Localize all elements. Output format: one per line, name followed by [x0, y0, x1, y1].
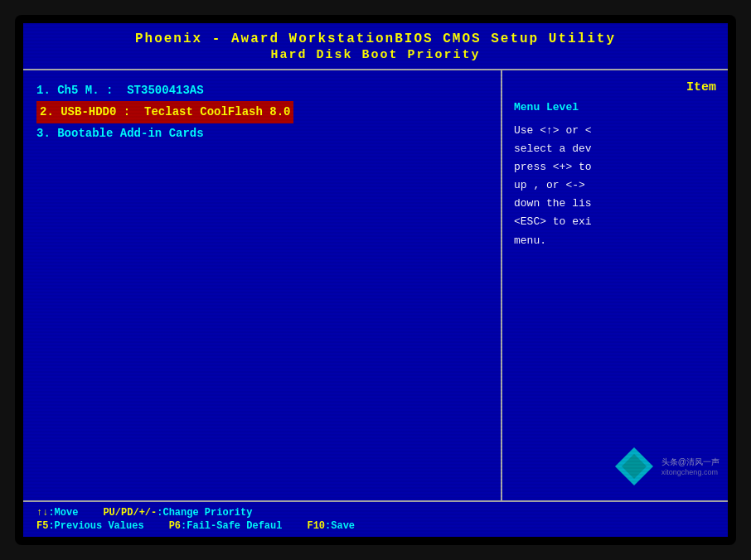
right-panel-help: Use <↑> or < select a dev press <+> to u… — [514, 122, 716, 250]
bios-header: Phoenix - Award WorkstationBIOS CMOS Set… — [23, 23, 728, 70]
footer-f5: F5:Previous Values — [36, 520, 144, 532]
footer-row-1: ↑↓:Move PU/PD/+/-:Change Priority — [36, 507, 715, 519]
bios-footer: ↑↓:Move PU/PD/+/-:Change Priority F5:Pre… — [23, 500, 728, 537]
boot-list-panel: 1. Ch5 M. : ST3500413AS 2. USB-HDD0 : Te… — [23, 70, 502, 500]
boot-item-2-label: 2. USB-HDD0 : Teclast CoolFlash 8.0 — [36, 101, 293, 123]
right-panel-subtitle: Menu Level — [514, 101, 716, 113]
footer-row-2: F5:Previous Values P6:Fail-Safe Defaul F… — [36, 520, 715, 532]
bios-title-line2: Hard Disk Boot Priority — [23, 48, 728, 62]
boot-item-2[interactable]: 2. USB-HDD0 : Teclast CoolFlash 8.0 — [36, 101, 487, 123]
watermark-label: 头条@清风一声 xitongcheng.com — [661, 456, 720, 476]
diamond-logo-icon — [613, 446, 655, 487]
watermark: 头条@清风一声 xitongcheng.com — [613, 446, 720, 487]
boot-item-3[interactable]: 3. Bootable Add-in Cards — [36, 123, 487, 144]
monitor-frame: Phoenix - Award WorkstationBIOS CMOS Set… — [15, 15, 736, 545]
help-panel: Item Menu Level Use <↑> or < select a de… — [502, 70, 728, 500]
bios-main-content: 1. Ch5 M. : ST3500413AS 2. USB-HDD0 : Te… — [23, 70, 728, 500]
footer-f6: P6:Fail-Safe Defaul — [169, 520, 283, 532]
right-panel-title: Item — [514, 80, 716, 94]
bios-screen: Phoenix - Award WorkstationBIOS CMOS Set… — [23, 23, 728, 537]
footer-move: ↑↓:Move — [36, 507, 78, 519]
footer-priority: PU/PD/+/-:Change Priority — [103, 507, 252, 519]
boot-item-1[interactable]: 1. Ch5 M. : ST3500413AS — [36, 80, 487, 101]
bios-title-line1: Phoenix - Award WorkstationBIOS CMOS Set… — [23, 31, 728, 46]
footer-f10: F10:Save — [307, 520, 355, 532]
